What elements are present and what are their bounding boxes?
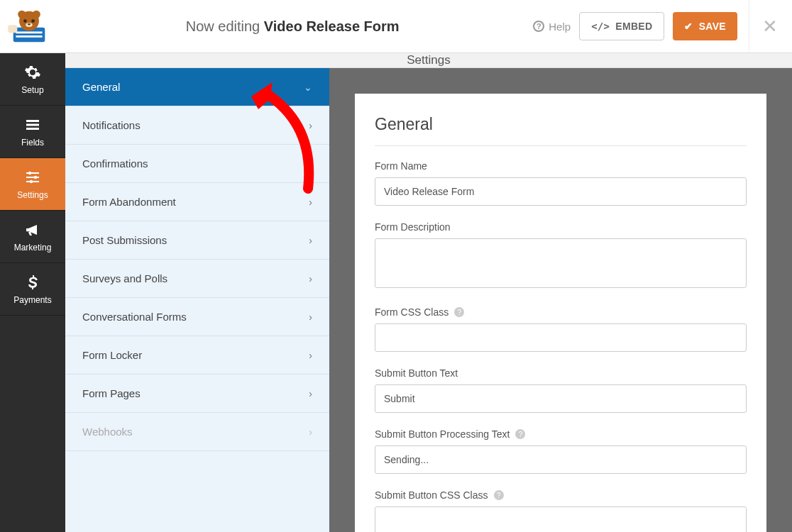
svg-point-19 [30,179,33,182]
chevron-right-icon: › [309,196,312,208]
settings-item-conversational-forms[interactable]: Conversational Forms › [65,298,329,336]
wpforms-logo [6,7,52,46]
settings-item-form-pages[interactable]: Form Pages › [65,375,329,413]
svg-rect-15 [26,177,39,178]
svg-rect-13 [26,128,39,130]
label-form-description: Form Description [375,221,747,233]
settings-item-label: Conversational Forms [82,311,187,323]
settings-sidebar: General ⌄ Notifications › Confirmations … [65,68,329,532]
svg-point-4 [18,11,26,18]
settings-item-post-submissions[interactable]: Post Submissions › [65,221,329,260]
settings-item-webhooks[interactable]: Webhooks › [65,413,329,451]
settings-item-label: Form Pages [82,387,141,399]
help-tooltip-icon[interactable]: ? [454,307,464,317]
save-button[interactable]: ✔ SAVE [673,12,737,40]
nav-label: Payments [13,295,51,305]
editing-form-title: Video Release Form [264,18,400,34]
settings-item-label: Post Submissions [82,234,167,246]
header-actions: ? Help </> EMBED ✔ SAVE ✕ [533,0,778,53]
input-submit-button-text[interactable] [375,384,747,413]
editing-prefix: Now editing [186,18,260,34]
svg-rect-12 [26,123,39,126]
settings-item-label: General [82,81,120,93]
settings-item-form-abandonment[interactable]: Form Abandonment › [65,183,329,221]
input-submit-button-css-class[interactable] [375,506,747,532]
embed-button[interactable]: </> EMBED [579,12,664,40]
sub-header-title: Settings [407,53,450,67]
settings-item-label: Notifications [82,119,141,131]
help-tooltip-icon[interactable]: ? [494,490,504,500]
chevron-right-icon: › [309,350,312,361]
chevron-right-icon: › [309,273,312,284]
code-icon: </> [591,21,610,32]
check-icon: ✔ [684,21,693,32]
close-button[interactable]: ✕ [749,0,778,53]
svg-point-7 [31,19,35,23]
chevron-right-icon: › [309,158,312,170]
input-form-css-class[interactable] [375,323,747,352]
settings-item-form-locker[interactable]: Form Locker › [65,336,329,375]
megaphone-icon [24,221,41,238]
help-link[interactable]: ? Help [533,21,571,33]
nav-marketing[interactable]: Marketing [0,211,65,263]
sliders-icon [24,169,41,186]
input-form-description[interactable] [375,238,747,288]
main-nav: Setup Fields Settings Marketing Payments [0,53,65,532]
dollar-icon [24,274,41,291]
svg-rect-1 [16,31,42,33]
settings-item-confirmations[interactable]: Confirmations › [65,145,329,183]
nav-label: Marketing [14,243,52,253]
label-submit-button-text: Submit Button Text [375,367,747,379]
label-form-name: Form Name [375,160,747,172]
svg-point-18 [34,175,37,178]
nav-payments[interactable]: Payments [0,263,65,316]
embed-label: EMBED [615,21,652,32]
settings-item-label: Confirmations [82,157,148,170]
nav-settings[interactable]: Settings [0,158,65,211]
help-tooltip-icon[interactable]: ? [515,429,525,439]
input-submit-button-processing-text[interactable] [375,445,747,474]
settings-item-label: Surveys and Polls [82,272,167,284]
svg-point-6 [23,19,27,23]
gear-icon [24,64,41,81]
svg-rect-10 [8,25,17,33]
input-form-name[interactable] [375,177,747,206]
chevron-down-icon: ⌄ [304,82,312,93]
app-header: Now editing Video Release Form ? Help </… [0,0,792,53]
list-icon [24,116,41,133]
settings-item-label: Form Locker [82,349,142,361]
chevron-right-icon: › [309,311,312,323]
nav-fields[interactable]: Fields [0,106,65,158]
chevron-right-icon: › [309,388,312,399]
settings-item-notifications[interactable]: Notifications › [65,106,329,145]
svg-rect-11 [26,120,39,122]
nav-label: Fields [21,138,44,148]
header-title: Now editing Video Release Form [52,18,533,35]
chevron-right-icon: › [309,426,312,438]
label-submit-button-css-class: Submit Button CSS Class ? [375,489,747,501]
nav-setup[interactable]: Setup [0,53,65,106]
help-label: Help [549,21,571,33]
svg-rect-2 [16,35,42,38]
panel-heading: General [375,115,747,146]
label-form-css-class: Form CSS Class ? [375,306,747,318]
svg-point-17 [28,171,31,174]
form-panel: General Form Name Form Description Form … [355,94,766,532]
chevron-right-icon: › [309,235,312,246]
chevron-right-icon: › [309,120,312,131]
nav-label: Setup [21,85,43,95]
svg-point-9 [28,23,31,25]
help-icon: ? [533,21,544,32]
svg-rect-14 [26,172,39,174]
nav-label: Settings [17,190,48,200]
settings-item-label: Form Abandonment [82,196,176,208]
form-panel-container: General Form Name Form Description Form … [329,68,792,532]
settings-item-surveys-polls[interactable]: Surveys and Polls › [65,260,329,298]
settings-item-general[interactable]: General ⌄ [65,68,329,106]
save-label: SAVE [699,21,726,32]
svg-point-5 [32,11,40,18]
sub-header: Settings [65,53,792,68]
label-submit-button-processing-text: Submit Button Processing Text ? [375,428,747,440]
settings-item-label: Webhooks [82,426,133,438]
